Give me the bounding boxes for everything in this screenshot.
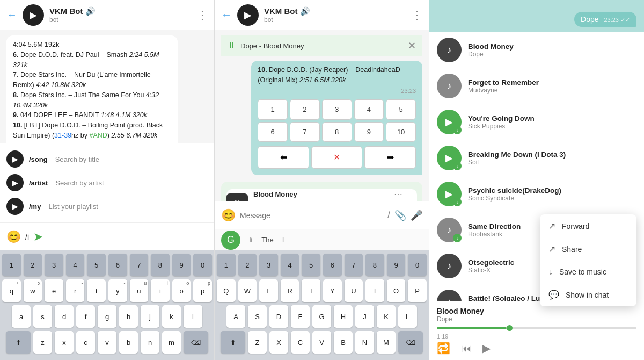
mid-key-S[interactable]: S	[248, 305, 267, 328]
key-o[interactable]: oo	[172, 279, 191, 302]
attach-icon-mid[interactable]: 📎	[394, 210, 406, 221]
mid-key-9[interactable]: 9	[387, 254, 406, 276]
numpad-3[interactable]: 3	[322, 99, 352, 120]
suggestion-i[interactable]: I	[282, 236, 284, 244]
cmd-artist[interactable]: ▶ /artist Search by artist	[6, 171, 208, 195]
key-i[interactable]: ii	[151, 279, 170, 302]
key-3[interactable]: 3	[45, 254, 63, 276]
cmd-my[interactable]: ▶ /my List your playlist	[6, 195, 208, 218]
key-l[interactable]: l	[184, 305, 202, 328]
numpad-7[interactable]: 7	[290, 122, 320, 142]
numpad-1[interactable]: 1	[258, 99, 288, 120]
key-e[interactable]: =e	[45, 279, 63, 302]
key-v[interactable]: v	[98, 331, 116, 354]
mid-input-field[interactable]	[240, 211, 383, 220]
mid-key-2[interactable]: 2	[238, 254, 257, 276]
mid-key-shift[interactable]: ⬆	[221, 331, 245, 354]
numpad-6[interactable]: 6	[258, 122, 288, 142]
key-g[interactable]: g	[98, 305, 116, 328]
numpad-prev[interactable]: ⬅	[258, 146, 309, 169]
mid-key-X[interactable]: X	[269, 331, 288, 354]
mid-key-O[interactable]: O	[387, 279, 406, 302]
mid-key-C[interactable]: C	[291, 331, 310, 354]
mid-key-D[interactable]: D	[269, 305, 288, 328]
context-forward[interactable]: ↗ Forward	[540, 214, 636, 237]
mid-key-U[interactable]: U	[345, 279, 363, 302]
numpad-8[interactable]: 8	[322, 122, 352, 142]
key-m[interactable]: m	[162, 331, 181, 354]
key-6[interactable]: 6	[108, 254, 127, 276]
mid-key-R[interactable]: R	[281, 279, 299, 302]
mid-key-B[interactable]: B	[334, 331, 353, 354]
key-8[interactable]: 8	[151, 254, 170, 276]
key-t[interactable]: +t	[87, 279, 106, 302]
key-w[interactable]: xw	[24, 279, 42, 302]
key-h[interactable]: h	[119, 305, 138, 328]
key-y[interactable]: -y	[108, 279, 127, 302]
context-save-music[interactable]: ↓ Save to music	[540, 261, 636, 283]
mid-key-L[interactable]: L	[398, 305, 417, 328]
key-backspace[interactable]: ⌫	[184, 331, 208, 354]
mid-key-N[interactable]: N	[355, 331, 374, 354]
slash-icon-mid[interactable]: /	[387, 210, 390, 221]
mid-key-H[interactable]: H	[334, 305, 353, 328]
send-button-left[interactable]: ➤	[33, 230, 43, 244]
repeat-button[interactable]: 🔁	[437, 342, 450, 355]
mid-key-5[interactable]: 5	[302, 254, 320, 276]
numpad-5[interactable]: 5	[386, 99, 416, 120]
prev-button[interactable]: ⏮	[461, 342, 472, 355]
key-5[interactable]: 5	[87, 254, 106, 276]
numpad-10[interactable]: 10	[386, 122, 416, 142]
emoji-button-left[interactable]: 😊	[6, 230, 21, 244]
mid-key-K[interactable]: K	[377, 305, 396, 328]
more-button-mid[interactable]: ⋮	[412, 9, 422, 21]
play-button[interactable]: ▶	[482, 342, 491, 355]
key-1[interactable]: 1	[2, 254, 21, 276]
key-shift[interactable]: ⬆	[6, 331, 31, 354]
mid-key-Q[interactable]: Q	[217, 279, 236, 302]
key-c[interactable]: c	[76, 331, 95, 354]
mid-key-3[interactable]: 3	[259, 254, 278, 276]
key-0[interactable]: 0	[193, 254, 212, 276]
numpad-9[interactable]: 9	[354, 122, 384, 142]
song-item-going-down[interactable]: ▶ ↓ You're Going Down Sick Puppies	[429, 104, 644, 140]
key-x[interactable]: x	[55, 331, 74, 354]
mic-icon-mid[interactable]: 🎤	[411, 210, 422, 221]
key-u[interactable]: uu	[130, 279, 149, 302]
key-r[interactable]: -r	[66, 279, 85, 302]
mid-key-Y[interactable]: Y	[323, 279, 342, 302]
mid-key-E[interactable]: E	[259, 279, 278, 302]
mid-key-7[interactable]: 7	[345, 254, 363, 276]
mid-key-V[interactable]: V	[312, 331, 331, 354]
key-n[interactable]: n	[141, 331, 159, 354]
rbp-progress-bar[interactable]	[437, 327, 636, 329]
key-k[interactable]: k	[162, 305, 181, 328]
key-d[interactable]: d	[55, 305, 74, 328]
mid-key-P[interactable]: P	[408, 279, 427, 302]
player-more-icon[interactable]: ⋯	[394, 189, 402, 199]
song-item-breaking[interactable]: ▶ ↓ Breaking Me Down (I Dota 3) Soil	[429, 140, 644, 176]
suggestion-the[interactable]: The	[261, 236, 273, 244]
key-j[interactable]: j	[141, 305, 159, 328]
mid-key-1[interactable]: 1	[217, 254, 236, 276]
emoji-button-mid[interactable]: 😊	[221, 208, 236, 222]
mid-key-I[interactable]: I	[365, 279, 384, 302]
song-item-blood-money[interactable]: ♪ Blood Money Dope	[429, 32, 644, 68]
mid-key-0[interactable]: 0	[408, 254, 427, 276]
mid-key-6[interactable]: 6	[323, 254, 342, 276]
overlay-close-icon[interactable]: ✕	[408, 40, 416, 52]
key-9[interactable]: 9	[172, 254, 191, 276]
key-b[interactable]: b	[119, 331, 138, 354]
mid-key-G[interactable]: G	[312, 305, 331, 328]
numpad-next[interactable]: ➡	[364, 146, 416, 169]
back-button-left[interactable]: ←	[6, 9, 17, 21]
key-p[interactable]: pp	[193, 279, 212, 302]
song-item-forget[interactable]: ♪ Forget to Remember Mudvayne	[429, 68, 644, 104]
key-4[interactable]: 4	[66, 254, 85, 276]
numpad-2[interactable]: 2	[290, 99, 320, 120]
mid-key-8[interactable]: 8	[365, 254, 384, 276]
key-q[interactable]: +q	[2, 279, 21, 302]
key-2[interactable]: 2	[24, 254, 42, 276]
more-button-left[interactable]: ⋮	[197, 9, 208, 21]
mid-key-W[interactable]: W	[238, 279, 257, 302]
